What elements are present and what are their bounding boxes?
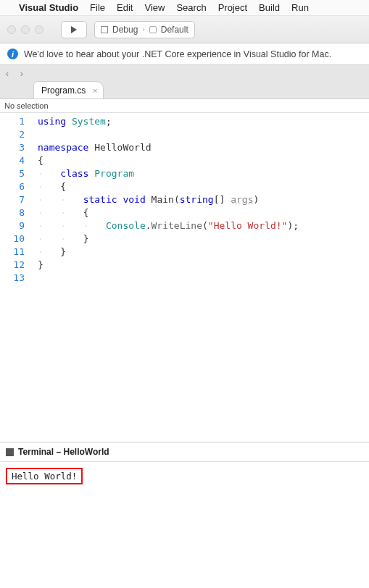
- menu-edit[interactable]: Edit: [117, 2, 133, 13]
- tok-ident: HelloWorld: [94, 142, 151, 153]
- line-number: 9: [3, 219, 25, 232]
- tok-method: Main: [152, 194, 174, 205]
- nav-back-button[interactable]: ‹: [0, 68, 14, 79]
- tok-type: System: [72, 116, 106, 127]
- code-content[interactable]: using System; namespace HelloWorld { · c…: [35, 113, 302, 439]
- menu-run[interactable]: Run: [291, 2, 309, 13]
- tok-keyword: class: [60, 168, 88, 179]
- terminal-title: Terminal – HelloWorld: [18, 447, 109, 457]
- app-menu[interactable]: Visual Studio: [19, 2, 78, 13]
- tok-keyword: string: [180, 194, 214, 205]
- menu-project[interactable]: Project: [218, 2, 247, 13]
- info-icon: i: [7, 49, 18, 59]
- terminal-output[interactable]: Hello World!: [0, 462, 369, 571]
- toolbar: Debug › Default: [0, 16, 369, 43]
- code-editor[interactable]: 1 2 3 4 5 6 7 8 9 10 11 12 13 using Syst…: [0, 113, 369, 439]
- breadcrumb[interactable]: No selection: [0, 99, 369, 113]
- mac-menubar: Visual Studio File Edit View Search Proj…: [0, 0, 369, 16]
- tok-param: args: [231, 194, 253, 205]
- line-number: 8: [3, 206, 25, 219]
- line-number: 10: [3, 232, 25, 245]
- tabstrip: Program.cs ×: [0, 81, 369, 98]
- line-number: 4: [3, 154, 25, 167]
- tok-method: WriteLine: [152, 220, 202, 231]
- line-number: 2: [3, 128, 25, 141]
- config-name: Debug: [112, 25, 138, 35]
- nav-forward-button[interactable]: ›: [14, 68, 29, 79]
- target-name: Default: [161, 25, 188, 35]
- tab-region: ‹ › Program.cs ×: [0, 65, 369, 99]
- line-number: 1: [3, 115, 25, 128]
- highlighted-output: Hello World!: [6, 468, 83, 484]
- line-number: 12: [3, 259, 25, 272]
- tab-program-cs[interactable]: Program.cs ×: [33, 81, 104, 98]
- tab-label: Program.cs: [41, 85, 86, 96]
- zoom-window-icon[interactable]: [35, 25, 43, 34]
- menu-search[interactable]: Search: [176, 2, 206, 13]
- run-configuration-selector[interactable]: Debug › Default: [94, 21, 195, 38]
- terminal-icon: [6, 448, 14, 456]
- menu-build[interactable]: Build: [259, 2, 280, 13]
- menu-view[interactable]: View: [144, 2, 165, 13]
- window-controls: [7, 25, 43, 34]
- target-icon: [149, 26, 157, 33]
- tok-keyword: namespace: [38, 142, 88, 153]
- tok-keyword: using: [38, 116, 66, 127]
- notification-text: We'd love to hear about your .NET Core e…: [24, 49, 331, 59]
- close-window-icon[interactable]: [7, 25, 16, 34]
- config-icon: [101, 26, 108, 33]
- line-number: 5: [3, 167, 25, 180]
- line-number: 13: [3, 272, 25, 285]
- play-icon: [71, 26, 77, 33]
- tok-keyword: static: [83, 194, 117, 205]
- tok-keyword: void: [123, 194, 145, 205]
- chevron-right-icon: ›: [142, 25, 144, 33]
- run-button[interactable]: [61, 21, 87, 38]
- line-number: 7: [3, 193, 25, 206]
- line-number: 3: [3, 141, 25, 154]
- tok-string: "Hello World!": [208, 220, 288, 231]
- menu-file[interactable]: File: [90, 2, 105, 13]
- line-number: 6: [3, 180, 25, 193]
- terminal-header[interactable]: Terminal – HelloWorld: [0, 442, 369, 462]
- notification-bar[interactable]: i We'd love to hear about your .NET Core…: [0, 43, 369, 65]
- minimize-window-icon[interactable]: [21, 25, 30, 34]
- line-number-gutter: 1 2 3 4 5 6 7 8 9 10 11 12 13: [0, 113, 35, 439]
- tok-type: Program: [94, 168, 134, 179]
- line-number: 11: [3, 245, 25, 259]
- tok-type: Console: [106, 220, 146, 231]
- terminal-panel: Terminal – HelloWorld Hello World!: [0, 442, 369, 571]
- close-tab-icon[interactable]: ×: [93, 86, 97, 95]
